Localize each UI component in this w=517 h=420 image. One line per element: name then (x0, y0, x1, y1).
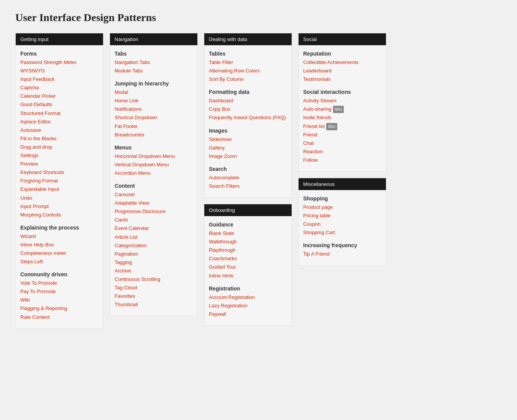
link-gallery[interactable]: Gallery (209, 144, 287, 152)
link-tagging[interactable]: Tagging (115, 258, 193, 267)
link-completeness-meter[interactable]: Completeness meter (20, 249, 98, 258)
link-rate-content[interactable]: Rate Content (20, 313, 98, 322)
link-module-tabs[interactable]: Module Tabs (115, 67, 193, 75)
link-calendar-picker[interactable]: Calendar Picker (20, 92, 98, 100)
link-pagination[interactable]: Pagination (115, 250, 193, 258)
link-collectible-achievements[interactable]: Collectible Achievements (303, 58, 381, 67)
link-account-registration[interactable]: Account Registration (209, 293, 287, 302)
link-preview[interactable]: Preview (20, 160, 98, 168)
link-archive[interactable]: Archive (115, 267, 193, 275)
link-categorization[interactable]: Categorization (115, 241, 193, 250)
link-navigation-tabs[interactable]: Navigation Tabs (115, 58, 193, 67)
link-pay-to-promote[interactable]: Pay To Promote (20, 287, 98, 296)
link-morphing-controls[interactable]: Morphing Controls (20, 211, 98, 219)
section-title-increasing-frequency: Increasing frequency (303, 242, 381, 248)
column-social: Social Reputation Collectible Achievemen… (298, 33, 386, 266)
link-lazy-registration[interactable]: Lazy Registration (209, 302, 287, 310)
link-favorites[interactable]: Favorites (115, 292, 193, 300)
link-input-prompt[interactable]: Input Prompt (20, 202, 98, 211)
link-dashboard[interactable]: Dashboard (209, 97, 287, 105)
link-wizard[interactable]: Wizard (20, 232, 98, 241)
link-coupon[interactable]: Coupon (303, 220, 381, 228)
link-table-filter[interactable]: Table Filter (209, 58, 287, 67)
link-horizontal-dropdown[interactable]: Horizontal Dropdown Menu (115, 152, 193, 161)
link-wysiwyg[interactable]: WYSIWYG (20, 67, 98, 75)
link-reaction[interactable]: Reaction (303, 148, 381, 156)
link-search-filters[interactable]: Search Filters (209, 182, 287, 190)
link-password-strength-meter[interactable]: Password Strength Meter (20, 58, 98, 67)
link-cards[interactable]: Cards (115, 216, 193, 224)
link-forgiving-format[interactable]: Forgiving Format (20, 177, 98, 185)
link-shopping-cart[interactable]: Shopping Cart (303, 228, 381, 237)
link-fill-in-the-blanks[interactable]: Fill in the Blanks (20, 135, 98, 143)
link-pricing-table[interactable]: Pricing table (303, 212, 381, 220)
link-playthrough[interactable]: Playthrough (209, 246, 287, 254)
link-image-zoom[interactable]: Image Zoom (209, 152, 287, 161)
link-inplace-editor[interactable]: Inplace Editor (20, 118, 98, 126)
link-testimonials[interactable]: Testimonials (303, 75, 381, 84)
card-body-navigation: Tabs Navigation Tabs Module Tabs Jumping… (110, 45, 197, 316)
link-sort-by-column[interactable]: Sort By Column (209, 75, 287, 84)
section-title-registration: Registration (209, 285, 287, 292)
link-carousel[interactable]: Carousel (115, 190, 193, 199)
link-alternating-row-colors[interactable]: Alternating Row Colors (209, 67, 287, 75)
column-getting-input: Getting input Forms Password Strength Me… (15, 33, 103, 329)
link-tag-cloud[interactable]: Tag Cloud (115, 284, 193, 292)
link-progressive-disclosure[interactable]: Progressive Disclosure (115, 207, 193, 216)
card-body-miscellaneous: Shopping Product page Pricing table Coup… (299, 190, 386, 265)
link-vote-to-promote[interactable]: Vote To Promote (20, 279, 98, 287)
card-header-onboarding: Onboarding (204, 204, 292, 216)
link-copy-box[interactable]: Copy Box (209, 105, 287, 113)
link-fat-footer[interactable]: Fat Footer (115, 122, 193, 131)
link-follow[interactable]: Follow (303, 156, 381, 164)
link-flagging-reporting[interactable]: Flagging & Reporting (20, 304, 98, 313)
link-blank-slate[interactable]: Blank Slate (209, 229, 287, 238)
link-good-defaults[interactable]: Good Defaults (20, 100, 98, 109)
link-undo[interactable]: Undo (20, 194, 98, 202)
link-leaderboard[interactable]: Leaderboard (303, 67, 381, 75)
link-friend[interactable]: Friend (303, 131, 381, 139)
link-home-link[interactable]: Home Link (115, 97, 193, 105)
section-title-menus: Menus (115, 144, 193, 151)
link-notifications[interactable]: Notifications (115, 105, 193, 113)
link-steps-left[interactable]: Steps Left (20, 258, 98, 266)
link-continuous-scrolling[interactable]: Continuous Scrolling (115, 275, 193, 284)
link-adaptable-view[interactable]: Adaptable View (115, 199, 193, 207)
link-tip-a-friend[interactable]: Tip A Friend (303, 250, 381, 258)
link-chat[interactable]: Chat (303, 139, 381, 148)
link-expandable-input[interactable]: Expandable Input (20, 185, 98, 194)
link-vertical-dropdown[interactable]: Vertical Dropdown Menu (115, 161, 193, 169)
link-autocomplete[interactable]: Autocomplete (209, 174, 287, 182)
link-breadcrumbs[interactable]: Breadcrumbs (115, 131, 193, 139)
link-modal[interactable]: Modal (115, 88, 193, 97)
link-product-page[interactable]: Product page (303, 203, 381, 212)
link-captcha[interactable]: Captcha (20, 84, 98, 92)
link-autosave[interactable]: Autosave (20, 126, 98, 135)
link-coachmarks[interactable]: Coachmarks (209, 254, 287, 263)
link-walkthrough[interactable]: Walkthrough (209, 238, 287, 246)
link-accordion-menu[interactable]: Accordion Menu (115, 169, 193, 177)
link-inline-help-box[interactable]: Inline Help Box (20, 241, 98, 249)
link-shortcut-dropdown[interactable]: Shortcut Dropdown (115, 113, 193, 122)
link-event-calendar[interactable]: Event Calendar (115, 224, 193, 233)
link-friend-list[interactable]: Friend listMini (303, 122, 381, 131)
link-paywall[interactable]: Paywall (209, 310, 287, 318)
link-guided-tour[interactable]: Guided Tour (209, 263, 287, 271)
link-faq[interactable]: Frequently Asked Questions (FAQ) (209, 113, 287, 122)
link-auto-sharing[interactable]: Auto-sharingMini (303, 105, 381, 113)
section-title-formatting: Formatting data (209, 89, 287, 95)
section-title-explaining: Explaining the process (20, 225, 98, 231)
link-thumbnail[interactable]: Thumbnail (115, 300, 193, 309)
link-inline-hints[interactable]: Inline Hints (209, 272, 287, 280)
link-wiki[interactable]: Wiki (20, 296, 98, 304)
link-drag-and-drop[interactable]: Drag and drop (20, 143, 98, 151)
link-settings[interactable]: Settings (20, 151, 98, 160)
card-social: Social Reputation Collectible Achievemen… (298, 33, 386, 172)
link-structured-format[interactable]: Structured Format (20, 109, 98, 118)
link-activity-stream[interactable]: Activity Stream (303, 97, 381, 105)
link-slideshow[interactable]: Slideshow (209, 135, 287, 144)
link-input-feedback[interactable]: Input Feedback (20, 75, 98, 84)
link-invite-friends[interactable]: Invite friends (303, 113, 381, 122)
link-article-list[interactable]: Article List (115, 233, 193, 241)
link-keyboard-shortcuts[interactable]: Keyboard Shortcuts (20, 168, 98, 177)
